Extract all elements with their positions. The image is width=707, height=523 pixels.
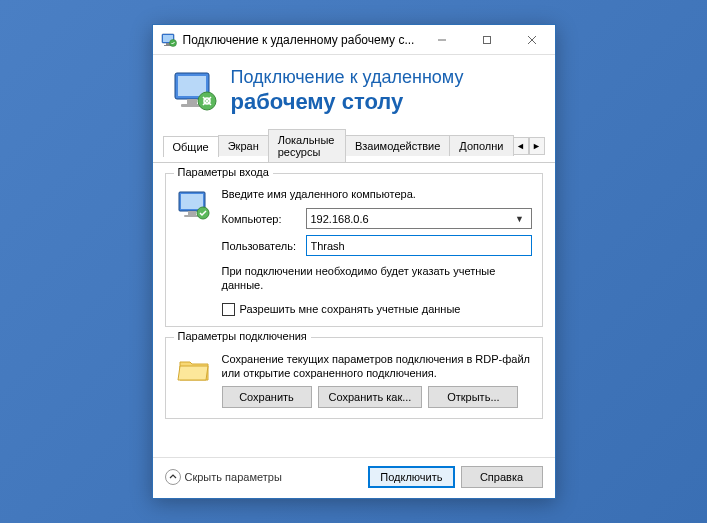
tab-general[interactable]: Общие <box>163 136 219 157</box>
computer-label: Компьютер: <box>222 213 300 225</box>
folder-icon <box>176 352 212 388</box>
svg-rect-16 <box>181 194 203 209</box>
rdp-window: Подключение к удаленному рабочему с... П… <box>152 24 556 499</box>
footer: Скрыть параметры Подключить Справка <box>153 457 555 498</box>
help-button[interactable]: Справка <box>461 466 543 488</box>
user-label: Пользователь: <box>222 240 300 252</box>
maximize-button[interactable] <box>465 25 510 55</box>
minimize-button[interactable] <box>420 25 465 55</box>
svg-rect-17 <box>188 211 196 215</box>
login-groupbox: Параметры входа Введите имя удаленного к… <box>165 173 543 327</box>
chevron-up-icon <box>165 469 181 485</box>
computer-combo[interactable]: ▼ <box>306 208 532 229</box>
save-button[interactable]: Сохранить <box>222 386 312 408</box>
connection-group-title: Параметры подключения <box>174 330 311 342</box>
login-group-title: Параметры входа <box>174 166 273 178</box>
hide-options-label: Скрыть параметры <box>185 471 282 483</box>
hide-options-link[interactable]: Скрыть параметры <box>165 469 282 485</box>
header-line1: Подключение к удаленному <box>231 67 464 89</box>
tab-experience[interactable]: Взаимодействие <box>345 135 450 156</box>
open-button[interactable]: Открыть... <box>428 386 518 408</box>
save-credentials-label: Разрешить мне сохранять учетные данные <box>240 303 461 315</box>
header-line2: рабочему столу <box>231 89 464 115</box>
user-field[interactable] <box>306 235 532 256</box>
tabs: Общие Экран Локальные ресурсы Взаимодейс… <box>153 129 555 163</box>
connect-button[interactable]: Подключить <box>368 466 454 488</box>
rdp-icon-small <box>161 32 177 48</box>
svg-rect-11 <box>187 99 197 104</box>
window-title: Подключение к удаленному рабочему с... <box>183 33 420 47</box>
computer-icon <box>176 188 212 224</box>
close-button[interactable] <box>510 25 555 55</box>
user-input[interactable] <box>311 236 527 255</box>
tab-advanced[interactable]: Дополни <box>449 135 513 156</box>
connection-description: Сохранение текущих параметров подключени… <box>222 352 532 381</box>
tabs-scroll-right[interactable]: ► <box>529 137 545 155</box>
tab-local-resources[interactable]: Локальные ресурсы <box>268 129 346 162</box>
titlebar[interactable]: Подключение к удаленному рабочему с... <box>153 25 555 55</box>
rdp-icon-large <box>171 67 219 115</box>
header: Подключение к удаленному рабочему столу <box>153 55 555 129</box>
credentials-note: При подключении необходимо будет указать… <box>222 264 532 293</box>
tab-display[interactable]: Экран <box>218 135 269 156</box>
svg-rect-10 <box>178 76 206 96</box>
chevron-down-icon[interactable]: ▼ <box>513 214 527 224</box>
save-as-button[interactable]: Сохранить как... <box>318 386 423 408</box>
svg-rect-6 <box>484 36 491 43</box>
computer-input[interactable] <box>311 213 513 225</box>
save-credentials-checkbox[interactable] <box>222 303 235 316</box>
tabs-scroll-left[interactable]: ◄ <box>513 137 529 155</box>
connection-groupbox: Параметры подключения Сохранение текущих… <box>165 337 543 420</box>
login-instruction: Введите имя удаленного компьютера. <box>222 188 532 200</box>
